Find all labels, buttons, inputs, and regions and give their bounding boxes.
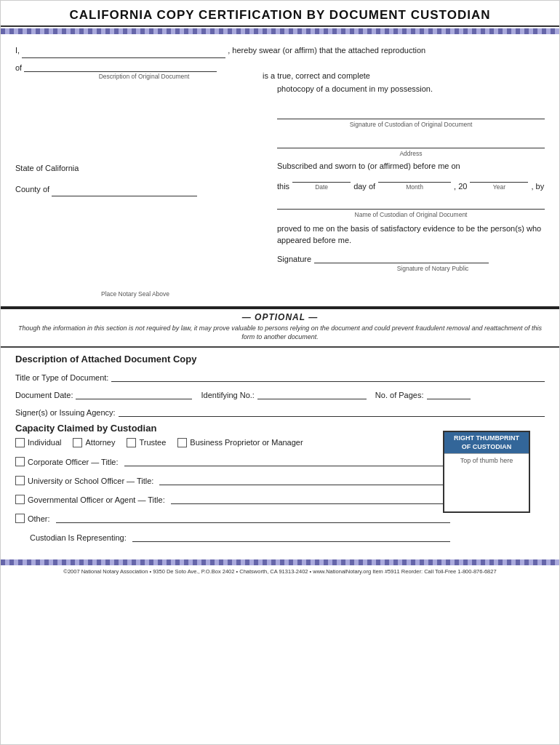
subscribed-col: Subscribed and sworn to (or affirmed) be… <box>277 162 545 247</box>
notary-signature-line[interactable] <box>314 254 489 263</box>
photocopy-left <box>15 84 263 157</box>
optional-note: Though the information in this section i… <box>15 324 545 342</box>
photocopy-right: photocopy of a document in my possession… <box>277 84 545 157</box>
thumbprint-body: Top of thumb here <box>444 453 529 511</box>
other-line[interactable] <box>56 510 450 523</box>
document-title: CALIFORNIA COPY CERTIFICATION BY DOCUMEN… <box>15 8 545 23</box>
other-label: Other: <box>28 514 50 523</box>
checkbox-individual-box[interactable] <box>15 438 25 447</box>
year-label: Year <box>470 183 528 191</box>
date-label: Date <box>292 183 351 191</box>
by-label: , by <box>531 182 544 191</box>
checkbox-corporate[interactable] <box>15 457 25 466</box>
checkbox-trustee-box[interactable] <box>127 438 136 447</box>
optional-section: — OPTIONAL — Though the information in t… <box>1 308 559 347</box>
description-section-title: Description of Attached Document Copy <box>15 354 545 364</box>
checkbox-university[interactable] <box>15 476 25 485</box>
thumbprint-header-line1: RIGHT THUMBPRINT <box>446 434 527 443</box>
title-type-row: Title or Type of Document: <box>15 369 545 382</box>
document-date-line[interactable] <box>76 386 192 399</box>
notary-seal-area: Place Notary Seal Above <box>15 290 255 298</box>
identifying-no-label: Identifying No.: <box>201 391 254 399</box>
state-text: State of California <box>15 164 79 172</box>
signature-custodian-label: Signature of Custodian of Original Docum… <box>277 121 545 128</box>
decorative-border-bottom <box>1 559 559 565</box>
document-page: CALIFORNIA COPY CERTIFICATION BY DOCUMEN… <box>0 0 560 745</box>
document-description-line[interactable] <box>24 63 217 72</box>
checkbox-governmental[interactable] <box>15 495 25 504</box>
representing-label: Custodian Is Representing: <box>30 533 127 542</box>
checkbox-other[interactable] <box>15 514 25 523</box>
intro-end: is a true, correct and complete <box>263 71 370 80</box>
seal-col: Place Notary Seal Above <box>15 254 263 299</box>
address-line[interactable] <box>277 132 545 148</box>
optional-divider-bottom <box>1 347 559 348</box>
document-date-label: Document Date: <box>15 391 73 399</box>
year-input-line[interactable] <box>470 173 528 183</box>
signature-custodian-line[interactable] <box>277 103 545 119</box>
checkbox-university-box[interactable] <box>15 476 25 485</box>
place-seal-label: Place Notary Seal Above <box>101 290 169 298</box>
state-subscribed-row: State of California County of Subscribed… <box>15 162 545 247</box>
governmental-label: Governmental Officer or Agent — Title: <box>28 495 165 504</box>
county-input-line[interactable] <box>52 182 197 197</box>
no-pages-line[interactable] <box>427 386 471 399</box>
name-input-line[interactable] <box>22 43 225 58</box>
checkbox-attorney[interactable]: Attorney <box>73 438 115 447</box>
representing-row: Custodian Is Representing: <box>30 529 545 542</box>
title-type-label: Title or Type of Document: <box>15 373 108 382</box>
state-county-col: State of California County of <box>15 162 263 247</box>
checkbox-other-box[interactable] <box>15 514 25 523</box>
signature-custodian-area: Signature of Custodian of Original Docum… <box>277 103 545 128</box>
subscribed-text: Subscribed and sworn to (or affirmed) be… <box>277 162 545 170</box>
decorative-border-top <box>1 28 559 34</box>
business-label: Business Proprietor or Manager <box>190 438 303 447</box>
notary-sig-col: Signature Signature of Notary Public <box>277 254 545 299</box>
attorney-label: Attorney <box>85 438 115 447</box>
thumbprint-header: RIGHT THUMBPRINT OF CUSTODIAN <box>444 432 529 453</box>
photocopy-row: photocopy of a document in my possession… <box>15 84 545 157</box>
description-label: Description of Original Document <box>33 73 255 80</box>
of-col-right: is a true, correct and complete <box>263 71 545 80</box>
checkbox-business-box[interactable] <box>177 438 187 447</box>
custodian-name-label: Name of Custodian of Original Document <box>277 211 545 218</box>
university-label: University or School Officer — Title: <box>28 477 153 485</box>
signature-label: Signature <box>277 255 311 263</box>
date-row: this Date day of Month , 20 Year <box>277 173 545 191</box>
address-label: Address <box>277 150 545 157</box>
state-row: State of California <box>15 162 255 176</box>
no-pages-label: No. of Pages: <box>375 391 424 399</box>
comma-20: , 20 <box>454 182 467 191</box>
checkbox-trustee[interactable]: Trustee <box>127 438 166 447</box>
seal-signature-row: Place Notary Seal Above Signature Signat… <box>15 254 545 299</box>
thumbprint-box: RIGHT THUMBPRINT OF CUSTODIAN Top of thu… <box>443 431 530 513</box>
checkbox-attorney-box[interactable] <box>73 438 82 447</box>
representing-line[interactable] <box>132 529 450 542</box>
day-of-label: day of <box>353 182 375 191</box>
of-row: of Description of Original Document is a… <box>15 63 545 80</box>
corporate-title-line[interactable] <box>124 453 450 466</box>
identifying-no-line[interactable] <box>257 386 367 399</box>
university-title-line[interactable] <box>159 472 450 485</box>
month-input-line[interactable] <box>378 173 451 183</box>
checkbox-governmental-box[interactable] <box>15 495 25 504</box>
custodian-name-line[interactable] <box>277 194 545 210</box>
intro-mid: , hereby swear (or affirm) that the atta… <box>228 46 425 55</box>
intro-row: I, , hereby swear (or affirm) that the a… <box>15 43 545 58</box>
date-input-line[interactable] <box>292 173 351 183</box>
main-content: I, , hereby swear (or affirm) that the a… <box>1 36 559 555</box>
checkbox-business[interactable]: Business Proprietor or Manager <box>177 438 303 447</box>
document-header: CALIFORNIA COPY CERTIFICATION BY DOCUMEN… <box>1 1 559 27</box>
custodian-name-area: Name of Custodian of Original Document <box>277 194 545 218</box>
checkbox-corporate-box[interactable] <box>15 457 25 466</box>
checkbox-individual[interactable]: Individual <box>15 438 61 447</box>
governmental-title-line[interactable] <box>171 491 450 504</box>
signers-line[interactable] <box>119 404 545 417</box>
notary-signature-row: Signature <box>277 254 545 263</box>
signature-notary-label: Signature of Notary Public <box>321 265 545 272</box>
of-label: of <box>15 63 22 72</box>
corporate-label: Corporate Officer — Title: <box>28 458 119 466</box>
capacity-area: Individual Attorney Trustee Business Pro… <box>15 438 545 542</box>
title-type-line[interactable] <box>111 369 545 382</box>
individual-label: Individual <box>28 438 61 447</box>
